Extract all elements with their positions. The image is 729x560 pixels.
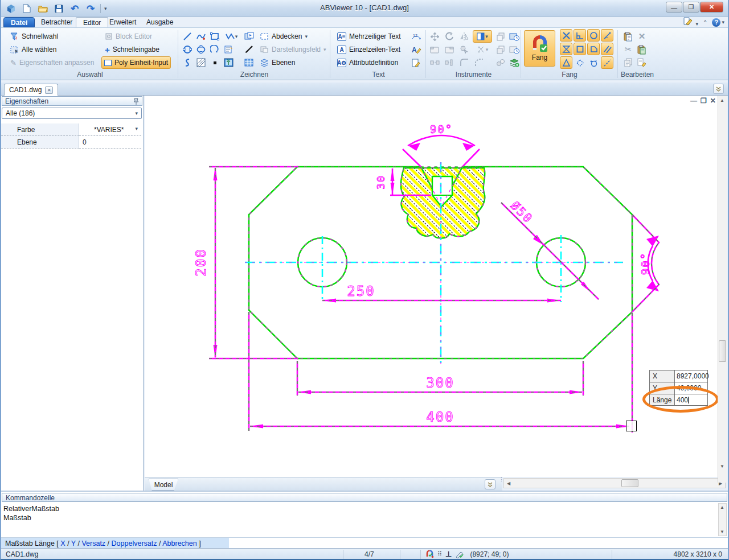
move-tool[interactable] (428, 30, 441, 43)
layout-expand-button[interactable] (485, 479, 495, 489)
point-tool[interactable] (208, 56, 221, 69)
help-icon[interactable]: ? ▾ (712, 18, 724, 27)
ellipse-tool[interactable] (195, 43, 207, 56)
schnellwahl-button[interactable]: Schnellwahl (8, 30, 60, 43)
mdi-restore-icon[interactable]: ❐ (701, 97, 707, 105)
measure-tool[interactable] (508, 30, 521, 43)
pin-icon[interactable] (133, 98, 139, 105)
properties-header[interactable]: Eigenschaften (2, 96, 142, 106)
snap-perpendicular[interactable] (574, 29, 586, 42)
einzelzeilen-text-button[interactable]: AEinzelzeilen-Text (335, 43, 403, 56)
polyline-tool[interactable]: ▾ (222, 30, 240, 43)
ortho-status-icon[interactable]: ⊥ (445, 550, 452, 558)
paste-tool[interactable] (622, 30, 634, 43)
trim-tool[interactable]: ▾ (473, 43, 492, 56)
copy-stack-tool[interactable] (494, 30, 507, 43)
fang-toggle-button[interactable]: Fang (524, 30, 555, 67)
freehand-tool[interactable] (195, 30, 207, 43)
prompt-option-x[interactable]: X (60, 540, 65, 547)
osnap-pen-status-icon[interactable] (455, 550, 464, 558)
circle-tool[interactable] (181, 43, 194, 56)
x-value-field[interactable]: 8927,0000 (675, 370, 708, 382)
measure-area-tool[interactable] (508, 43, 521, 56)
document-tab-close-icon[interactable]: ✕ (45, 87, 53, 94)
edit-text-tool[interactable]: A (410, 43, 423, 56)
snap-tangent[interactable] (587, 56, 600, 69)
text-along-arc-tool[interactable]: 12 (410, 30, 423, 43)
delete-tool[interactable]: ✕ (636, 30, 648, 43)
prompt-option-versatz[interactable]: Versatz (81, 540, 105, 547)
snap-node[interactable] (574, 56, 586, 69)
add-layer-tool[interactable] (508, 56, 521, 69)
command-scrollbar[interactable]: ▲ ▼ (718, 503, 727, 536)
snap-nearest[interactable] (601, 56, 613, 69)
mdi-minimize-icon[interactable]: — (690, 97, 697, 105)
align-tool[interactable] (428, 56, 441, 69)
scroll-down-icon[interactable]: ▼ (718, 529, 726, 534)
tab-datei[interactable]: Datei (3, 17, 35, 27)
mehrzeiliger-text-button[interactable]: A≡Mehrzeiliger Text (335, 30, 403, 43)
eigenschaften-anpassen-button[interactable]: ✎ Eigenschaften anpassen (8, 56, 96, 69)
rectangle-tool[interactable] (208, 30, 221, 43)
pencil-tool[interactable] (243, 43, 255, 56)
drawing-canvas[interactable]: 90° 30 200 250 300 400 90° Ø50 — ❐ ✕ X 8… (145, 96, 718, 477)
splitter-handle[interactable]: ⋮ (499, 478, 502, 488)
attributdefinition-button[interactable]: A⚙Attributdefinition (335, 56, 400, 69)
text-block-tool[interactable] (222, 43, 235, 56)
document-tab-cad1[interactable]: CAD1.dwg ✕ (4, 84, 58, 96)
status-page-indicator[interactable]: 4/7 (364, 550, 374, 558)
ebenen-button[interactable]: Ebenen (257, 56, 297, 69)
paste-special-tool[interactable] (636, 43, 648, 56)
hscroll-thumb[interactable] (621, 479, 638, 487)
format-painter-tool[interactable] (636, 56, 648, 69)
copy-tool[interactable] (622, 56, 634, 69)
distribute-tool[interactable] (443, 56, 456, 69)
tab-ausgabe[interactable]: Ausgabe (140, 17, 180, 27)
fillet-tool[interactable] (458, 56, 470, 69)
spline-tool[interactable] (181, 56, 194, 69)
horizontal-scrollbar[interactable]: ◀ ▶ (503, 478, 726, 488)
tab-erweitert[interactable]: Erweitert (103, 17, 143, 27)
poly-einheit-input-button[interactable]: Poly Einheit-Input (101, 56, 171, 69)
model-tab[interactable]: Model (149, 479, 178, 491)
abdecken-button[interactable]: Abdecken▾ (257, 30, 310, 43)
snap-quadrant[interactable] (587, 43, 600, 55)
scroll-left-icon[interactable]: ◀ (505, 481, 513, 486)
property-farbe-value[interactable]: *VARIES* ▾ (79, 123, 141, 136)
darstellungsfeld-button[interactable]: Darstellungsfeld▾ (257, 43, 329, 56)
vscroll-thumb[interactable] (719, 340, 726, 362)
image-tool[interactable] (222, 56, 235, 69)
snap-intersection[interactable] (560, 29, 572, 42)
rotate-tool[interactable] (443, 30, 456, 43)
insert-block-tool[interactable] (243, 30, 255, 43)
scale-tool[interactable]: ▾ (473, 30, 492, 43)
tab-betrachter[interactable]: Betrachter (34, 17, 79, 27)
snap-parallel[interactable] (601, 43, 613, 55)
alle-waehlen-button[interactable]: Alle wählen (8, 43, 59, 56)
copy-objects-tool[interactable] (494, 43, 507, 56)
snap-endpoint[interactable] (574, 43, 586, 55)
pick-tool[interactable] (458, 43, 470, 56)
snap-angle[interactable] (601, 29, 613, 42)
tabbar-expand-button[interactable] (713, 84, 724, 94)
command-input-row[interactable]: Maßstab Länge [ X / Y / Versatz / Doppel… (1, 537, 728, 549)
mirror-tool[interactable] (458, 30, 470, 43)
selection-filter-dropdown[interactable]: Alle (186) ▾ (2, 108, 142, 119)
mdi-close-icon[interactable]: ✕ (710, 97, 716, 105)
array-rect-tool[interactable] (428, 43, 441, 56)
style-pen-icon[interactable]: ▾ (683, 17, 698, 27)
vertical-scrollbar[interactable]: ▲ ▼ (718, 96, 727, 483)
scroll-down-icon[interactable]: ▼ (718, 464, 726, 469)
snap-apparent-intersection[interactable] (560, 43, 572, 55)
command-line-header[interactable]: Kommandozeile (2, 493, 727, 502)
array-path-tool[interactable] (443, 43, 456, 56)
arc-tool[interactable] (208, 43, 221, 56)
property-ebene-value[interactable]: 0 (79, 136, 141, 149)
prompt-option-doppelversatz[interactable]: Doppelversatz (112, 540, 157, 547)
schnelleingabe-button[interactable]: + Schnelleingabe (103, 43, 162, 56)
chamfer-tool[interactable] (473, 56, 485, 69)
scroll-up-icon[interactable]: ▲ (718, 98, 726, 103)
grid-status-icon[interactable]: ⠿ (437, 550, 442, 558)
snap-center[interactable] (587, 29, 600, 42)
collapse-ribbon-icon[interactable]: ⌃ (703, 19, 707, 26)
